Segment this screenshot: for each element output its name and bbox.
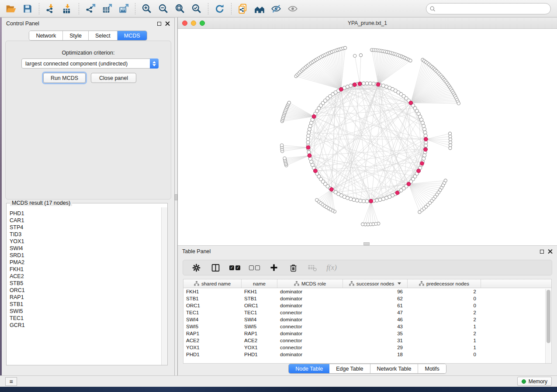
result-item[interactable]: YOX1	[10, 238, 161, 245]
mcds-result-list[interactable]: PHD1CAR1STP4TID3YOX1SWI4SRD1PMA2FKH1ACE2…	[7, 207, 161, 364]
network-window-title: YPA_prune.txt_1	[178, 20, 557, 26]
column-header-shared-name[interactable]: shared name	[183, 279, 242, 288]
cell-MCDS-role: dominator	[277, 352, 343, 357]
search-box[interactable]	[426, 3, 551, 14]
save-icon[interactable]	[20, 2, 35, 16]
column-header-name[interactable]: name	[242, 279, 277, 288]
result-item[interactable]: TEC1	[10, 315, 161, 322]
tab-network[interactable]: Network	[29, 31, 63, 40]
table-row[interactable]: ACE2ACE2connector311	[183, 337, 551, 344]
table-row[interactable]: STB1STB1dominator620	[183, 295, 551, 302]
result-item[interactable]: SWI5	[10, 308, 161, 315]
run-mcds-button[interactable]: Run MCDS	[43, 73, 86, 83]
import-network-icon[interactable]	[43, 2, 58, 16]
deselect-all-icon[interactable]	[249, 261, 260, 274]
result-item[interactable]: STP4	[10, 224, 161, 231]
result-item[interactable]: PHD1	[10, 210, 161, 217]
toolbar-separator	[231, 3, 232, 14]
zoom-in-icon[interactable]	[139, 2, 154, 16]
toolbar-separator	[39, 3, 39, 14]
column-header-predecessor-nodes[interactable]: predecessor nodes	[408, 279, 481, 288]
cell-name: PHD1	[242, 352, 277, 357]
result-item[interactable]: SRD1	[10, 252, 161, 259]
result-item[interactable]: CAR1	[10, 217, 161, 224]
home-icon[interactable]	[252, 2, 267, 16]
mcds-list-scrollbar[interactable]	[161, 207, 167, 365]
column-header-successor-nodes[interactable]: successor nodes	[343, 279, 408, 288]
float-panel-icon[interactable]	[157, 22, 161, 26]
result-item[interactable]: STB5	[10, 280, 161, 287]
export-image-icon[interactable]	[116, 2, 131, 16]
task-history-button[interactable]: ≡	[5, 377, 17, 386]
horizontal-splitter[interactable]	[178, 242, 557, 245]
cell-successor-nodes: 18	[343, 352, 408, 357]
zoom-fit-icon[interactable]	[173, 2, 187, 16]
refresh-icon[interactable]	[212, 2, 227, 16]
result-item[interactable]: PMA2	[10, 259, 161, 266]
cell-name: RAP1	[242, 331, 277, 336]
export-network-icon[interactable]	[83, 2, 98, 16]
table-row[interactable]: RAP1RAP1dominator352	[183, 330, 551, 337]
result-item[interactable]: SWI4	[10, 245, 161, 252]
tab-node-table[interactable]: Node Table	[289, 364, 329, 373]
result-item[interactable]: ORC1	[10, 287, 161, 294]
show-network-icon[interactable]	[285, 2, 300, 16]
add-column-icon[interactable]	[269, 261, 279, 274]
result-item[interactable]: TID3	[10, 231, 161, 238]
result-item[interactable]: RAP1	[10, 294, 161, 301]
column-header-MCDS-role[interactable]: MCDS role	[277, 279, 343, 288]
table-row[interactable]: TEC1TEC1connector472	[183, 309, 551, 316]
network-window-titlebar[interactable]: YPA_prune.txt_1	[178, 17, 557, 29]
search-input[interactable]	[438, 6, 547, 12]
result-item[interactable]: ACE2	[10, 273, 161, 280]
dropdown-value: largest connected component (undirected)	[22, 61, 150, 67]
close-panel-icon[interactable]	[165, 21, 170, 26]
memory-button[interactable]: Memory	[517, 377, 552, 386]
tab-network-table[interactable]: Network Table	[370, 364, 419, 373]
network-graph-canvas[interactable]	[178, 29, 557, 242]
table-row[interactable]: SWI4SWI4dominator462	[183, 316, 551, 323]
delete-column-icon[interactable]	[288, 261, 298, 274]
cell-name: ACE2	[242, 338, 277, 343]
clone-network-icon[interactable]	[235, 2, 250, 16]
close-panel-icon[interactable]	[548, 249, 553, 254]
open-icon[interactable]	[3, 2, 18, 16]
hide-network-icon[interactable]	[269, 2, 284, 16]
list-icon: ≡	[9, 378, 13, 385]
settings-icon[interactable]	[191, 261, 201, 274]
result-item[interactable]: GCR1	[10, 322, 161, 329]
splitter-grip[interactable]	[175, 194, 177, 200]
cell-predecessor-nodes: 1	[408, 324, 481, 329]
vertical-splitter[interactable]	[175, 17, 178, 375]
tab-select[interactable]: Select	[89, 31, 118, 40]
status-bar: ≡ Memory	[0, 375, 557, 387]
table-row[interactable]: FKH1FKH1dominator962	[183, 288, 551, 295]
table-row[interactable]: ORC1ORC1dominator610	[183, 302, 551, 309]
cell-predecessor-nodes: 2	[408, 331, 481, 336]
control-panel-title: Control Panel	[6, 21, 39, 27]
table-row[interactable]: PHD1PHD1dominator180	[183, 351, 551, 358]
tab-style[interactable]: Style	[63, 31, 89, 40]
splitter-grip[interactable]	[363, 242, 370, 245]
tab-mcds[interactable]: MCDS	[118, 31, 147, 40]
table-row[interactable]: YOX1YOX1connector291	[183, 344, 551, 351]
table-row[interactable]: SWI5SWI5connector431	[183, 323, 551, 330]
close-panel-button[interactable]: Close panel	[91, 73, 136, 83]
table-scroll-thumb[interactable]	[547, 290, 550, 343]
tab-motifs[interactable]: Motifs	[418, 364, 446, 373]
float-panel-icon[interactable]	[540, 250, 544, 254]
zoom-selected-icon[interactable]	[189, 2, 204, 16]
import-table-icon[interactable]	[60, 2, 75, 16]
tab-edge-table[interactable]: Edge Table	[329, 364, 370, 373]
export-table-icon[interactable]	[100, 2, 114, 16]
mcds-result-box: MCDS result (17 nodes) PHD1CAR1STP4TID3Y…	[6, 203, 168, 365]
result-item[interactable]: FKH1	[10, 266, 161, 273]
split-view-icon[interactable]	[210, 261, 221, 274]
table-scrollbar[interactable]	[545, 289, 551, 364]
result-item[interactable]: STB1	[10, 301, 161, 308]
table-header: shared namenameMCDS rolesuccessor nodesp…	[183, 279, 551, 288]
optimization-criterion-dropdown[interactable]: largest connected component (undirected)	[21, 58, 159, 69]
zoom-out-icon[interactable]	[156, 2, 171, 16]
network-view-window: YPA_prune.txt_1	[178, 17, 557, 242]
select-all-icon[interactable]: ✓✓	[229, 261, 240, 274]
